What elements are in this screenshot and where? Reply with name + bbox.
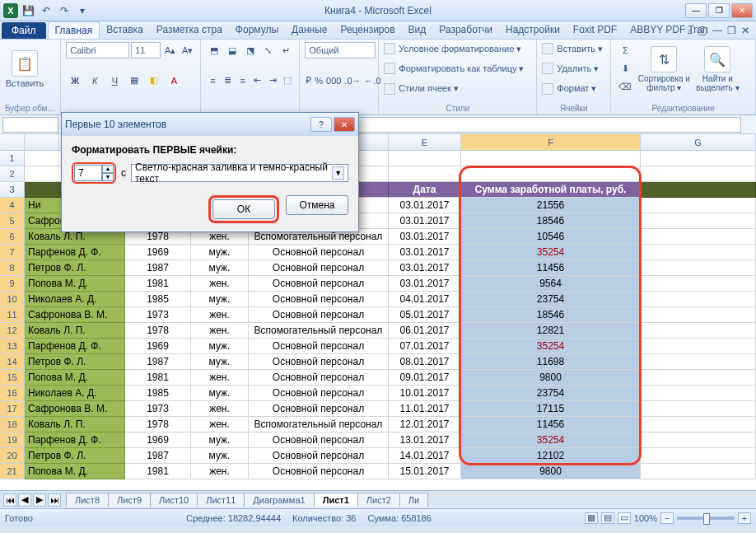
italic-icon[interactable]: К bbox=[86, 72, 104, 89]
row-header[interactable]: 1 bbox=[0, 151, 25, 166]
number-format-combo[interactable]: Общий bbox=[305, 42, 376, 58]
undo-icon[interactable]: ↶ bbox=[38, 2, 54, 19]
cell[interactable]: 10546 bbox=[461, 229, 641, 245]
align-center-icon[interactable]: ≣ bbox=[221, 72, 234, 89]
cell-styles-button[interactable]: Стили ячеек ▾ bbox=[384, 82, 531, 96]
cell[interactable] bbox=[641, 432, 756, 448]
cell[interactable]: муж. bbox=[191, 245, 249, 260]
inc-decimal-icon[interactable]: .0→ bbox=[343, 72, 362, 89]
cell[interactable]: Коваль Л. П. bbox=[25, 417, 125, 432]
align-bottom-icon[interactable]: ⬔ bbox=[242, 42, 259, 58]
cell[interactable]: муж. bbox=[191, 432, 249, 448]
cell[interactable]: муж. bbox=[191, 260, 249, 276]
cell[interactable]: 17115 bbox=[461, 401, 641, 417]
dialog-help-button[interactable]: ? bbox=[310, 117, 332, 132]
cell[interactable]: 18546 bbox=[461, 307, 641, 323]
sheet-tab[interactable]: Лист1 bbox=[314, 493, 358, 507]
cell[interactable]: 06.01.2017 bbox=[389, 323, 461, 339]
cell[interactable] bbox=[389, 166, 461, 182]
sheet-nav-first-icon[interactable]: ⏮ bbox=[3, 493, 16, 507]
cell[interactable]: жен. bbox=[191, 370, 249, 386]
row-header[interactable]: 3 bbox=[0, 182, 25, 198]
cell[interactable] bbox=[641, 323, 756, 339]
cell[interactable] bbox=[641, 260, 756, 276]
cell[interactable]: жен. bbox=[191, 464, 249, 479]
restore-button[interactable]: ❐ bbox=[708, 3, 730, 18]
cancel-button[interactable]: Отмена bbox=[286, 195, 348, 215]
wrap-text-icon[interactable]: ↵ bbox=[278, 42, 295, 58]
spin-up-icon[interactable]: ▲ bbox=[102, 165, 114, 173]
cell[interactable]: 03.01.2017 bbox=[389, 213, 461, 229]
row-header[interactable]: 5 bbox=[0, 213, 25, 229]
tab-Рецензиров[interactable]: Рецензиров bbox=[334, 21, 401, 39]
cell[interactable]: 35254 bbox=[461, 432, 641, 448]
row-header[interactable]: 8 bbox=[0, 260, 25, 276]
cell[interactable]: Попова М. Д. bbox=[25, 370, 125, 386]
count-spinner[interactable]: ▲▼ bbox=[72, 162, 116, 184]
tab-Главная[interactable]: Главная bbox=[48, 21, 100, 39]
conditional-formatting-button[interactable]: Условное форматирование ▾ bbox=[384, 42, 531, 55]
row-header[interactable]: 6 bbox=[0, 229, 25, 245]
cell[interactable]: Основной персонал bbox=[249, 370, 389, 386]
cell[interactable]: Попова М. Д. bbox=[25, 464, 125, 479]
mdi-close-icon[interactable]: ✕ bbox=[741, 25, 749, 39]
cell[interactable]: Основной персонал bbox=[249, 432, 389, 448]
insert-cells-button[interactable]: Вставить ▾ bbox=[542, 42, 605, 55]
percent-icon[interactable]: % bbox=[314, 72, 324, 89]
minimize-ribbon-icon[interactable]: ▵ bbox=[688, 25, 693, 39]
tab-Разметка стра[interactable]: Разметка стра bbox=[150, 21, 229, 39]
cell[interactable]: муж. bbox=[191, 292, 249, 307]
cell[interactable]: 23754 bbox=[461, 386, 641, 401]
cell[interactable] bbox=[641, 464, 756, 479]
cell[interactable]: 11456 bbox=[461, 417, 641, 432]
cell[interactable]: 1981 bbox=[125, 370, 191, 386]
currency-icon[interactable]: ₽ bbox=[305, 72, 312, 89]
cell[interactable]: 12.01.2017 bbox=[389, 417, 461, 432]
cell[interactable]: Основной персонал bbox=[249, 401, 389, 417]
cell[interactable]: 1969 bbox=[125, 245, 191, 260]
tab-Foxit PDF[interactable]: Foxit PDF bbox=[567, 21, 623, 39]
cell[interactable] bbox=[641, 229, 756, 245]
fill-icon[interactable]: ⬇ bbox=[616, 60, 634, 77]
align-left-icon[interactable]: ≡ bbox=[206, 72, 219, 89]
cell[interactable]: 1969 bbox=[125, 432, 191, 448]
format-cells-button[interactable]: Формат ▾ bbox=[542, 82, 605, 96]
view-pagebreak-icon[interactable]: ▭ bbox=[618, 512, 631, 524]
comma-icon[interactable]: 000 bbox=[325, 72, 342, 89]
cell[interactable]: Дата bbox=[389, 182, 461, 198]
fill-color-icon[interactable]: ◧ bbox=[145, 72, 163, 89]
grow-font-icon[interactable]: A▴ bbox=[162, 42, 178, 58]
indent-dec-icon[interactable]: ⇤ bbox=[251, 72, 264, 89]
cell[interactable]: Вспомогательный персонал bbox=[249, 417, 389, 432]
cell[interactable] bbox=[641, 448, 756, 464]
cell[interactable]: Николаев А. Д. bbox=[25, 292, 125, 307]
merge-icon[interactable]: ⬚ bbox=[281, 72, 294, 89]
cell[interactable]: 10.01.2017 bbox=[389, 386, 461, 401]
cell[interactable]: 05.01.2017 bbox=[389, 307, 461, 323]
col-header-G[interactable]: G bbox=[641, 134, 756, 150]
format-as-table-button[interactable]: Форматировать как таблицу ▾ bbox=[384, 62, 531, 75]
cell[interactable]: Петров Ф. Л. bbox=[25, 354, 125, 370]
format-combo[interactable]: Светло-красная заливка и темно-красный т… bbox=[131, 164, 348, 182]
cell[interactable]: Основной персонал bbox=[249, 260, 389, 276]
cell[interactable]: 13.01.2017 bbox=[389, 432, 461, 448]
help-icon[interactable]: ⓘ bbox=[698, 25, 707, 39]
cell[interactable]: 1978 bbox=[125, 417, 191, 432]
cell[interactable] bbox=[641, 307, 756, 323]
cell[interactable]: жен. bbox=[191, 417, 249, 432]
cell[interactable] bbox=[641, 198, 756, 213]
find-select-button[interactable]: 🔍 Найти и выделить ▾ bbox=[693, 42, 741, 96]
cell[interactable]: 18546 bbox=[461, 213, 641, 229]
dialog-close-button[interactable]: ✕ bbox=[334, 117, 355, 132]
mdi-restore-icon[interactable]: ❐ bbox=[727, 25, 736, 39]
sheet-nav-last-icon[interactable]: ⏭ bbox=[48, 493, 61, 507]
cell[interactable] bbox=[641, 417, 756, 432]
cell[interactable]: 1981 bbox=[125, 276, 191, 292]
row-header[interactable]: 4 bbox=[0, 198, 25, 213]
sheet-nav-prev-icon[interactable]: ◀ bbox=[18, 493, 31, 507]
cell[interactable]: муж. bbox=[191, 386, 249, 401]
cell[interactable]: Основной персонал bbox=[249, 448, 389, 464]
row-header[interactable]: 15 bbox=[0, 370, 25, 386]
spin-down-icon[interactable]: ▼ bbox=[102, 173, 114, 181]
zoom-in-button[interactable]: + bbox=[738, 512, 751, 524]
